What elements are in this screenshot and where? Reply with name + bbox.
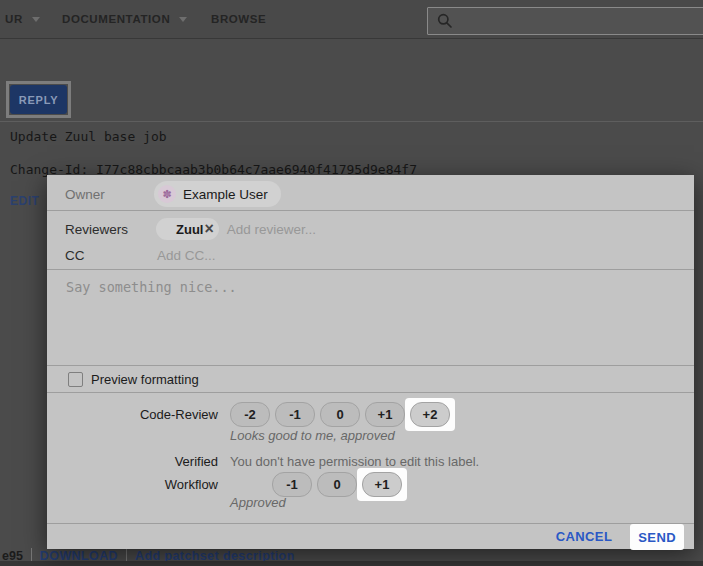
- vote-button-plus1[interactable]: +1: [365, 402, 405, 427]
- plus2-highlight: +2: [405, 398, 455, 431]
- preview-formatting-checkbox[interactable]: [68, 372, 83, 387]
- vote-button-zero[interactable]: 0: [317, 472, 357, 497]
- owner-chip-label: Example User: [183, 187, 268, 202]
- avatar: ✽: [158, 185, 176, 203]
- reply-button-highlight: REPLY: [6, 81, 71, 118]
- bottom-strip: [0, 561, 703, 566]
- nav-item-documentation[interactable]: DOCUMENTATION: [62, 0, 187, 38]
- reviewer-chip: Zuul ×: [156, 218, 219, 240]
- divider: [47, 392, 694, 393]
- search-icon: [437, 13, 453, 29]
- preview-row: Preview formatting: [68, 366, 682, 392]
- preview-formatting-label: Preview formatting: [91, 372, 199, 387]
- reviewer-chip-label: Zuul: [176, 222, 203, 237]
- nav-item-label: DOCUMENTATION: [62, 13, 170, 25]
- owner-label: Owner: [65, 187, 150, 202]
- code-review-description: Looks good to me, approved: [230, 428, 395, 443]
- reply-button[interactable]: REPLY: [10, 85, 67, 114]
- chevron-down-icon: [179, 17, 187, 22]
- verified-permission-message: You don't have permission to edit this l…: [230, 454, 479, 469]
- add-reviewer-input[interactable]: Add reviewer...: [227, 222, 316, 237]
- edit-link[interactable]: EDIT: [10, 194, 39, 208]
- vote-button-minus1[interactable]: -1: [275, 402, 315, 427]
- owner-row: Owner ✽ Example User: [65, 180, 682, 208]
- owner-chip: ✽ Example User: [154, 181, 281, 207]
- search-input[interactable]: [427, 7, 703, 35]
- verified-row: Verified You don't have permission to ed…: [65, 453, 682, 469]
- chevron-down-icon: [32, 17, 40, 22]
- vote-button-minus1[interactable]: -1: [272, 472, 312, 497]
- add-cc-input[interactable]: Add CC...: [157, 248, 216, 263]
- divider: [0, 121, 703, 122]
- remove-reviewer-icon[interactable]: ×: [204, 221, 213, 237]
- dialog-footer: CANCEL SEND: [47, 524, 684, 549]
- reply-message-textarea[interactable]: Say something nice...: [66, 279, 237, 295]
- gerrit-change-page: UR DOCUMENTATION BROWSE REPLY Update Zuu…: [0, 0, 703, 566]
- workflow-buttons: -1 0 +1: [272, 472, 407, 497]
- send-button[interactable]: SEND: [638, 530, 676, 545]
- workflow-description: Approved: [230, 495, 286, 510]
- vote-button-zero[interactable]: 0: [320, 402, 360, 427]
- vote-button-minus2[interactable]: -2: [230, 402, 270, 427]
- nav-item-browse[interactable]: BROWSE: [211, 0, 266, 38]
- commit-message-title: Update Zuul base job: [10, 129, 167, 144]
- divider: [47, 210, 694, 211]
- reviewers-row: Reviewers Zuul × Add reviewer...: [65, 216, 682, 242]
- cc-row: CC Add CC...: [65, 243, 682, 267]
- plus1-highlight: +1: [357, 468, 407, 501]
- code-review-row: Code-Review -2 -1 0 +1 +2: [65, 402, 682, 426]
- cancel-button[interactable]: CANCEL: [556, 529, 613, 544]
- nav-item-your[interactable]: UR: [5, 0, 40, 38]
- workflow-label: Workflow: [65, 477, 218, 492]
- verified-label: Verified: [65, 454, 218, 469]
- code-review-label: Code-Review: [65, 407, 218, 422]
- cc-label: CC: [65, 248, 150, 263]
- reviewers-label: Reviewers: [65, 222, 150, 237]
- top-navbar: UR DOCUMENTATION BROWSE: [0, 0, 703, 39]
- workflow-row: Workflow -1 0 +1: [65, 472, 682, 496]
- reply-dialog: Owner ✽ Example User Reviewers Zuul × Ad…: [47, 175, 694, 549]
- vote-button-plus2[interactable]: +2: [410, 402, 450, 427]
- vote-button-plus1[interactable]: +1: [362, 472, 402, 497]
- divider: [47, 269, 694, 270]
- code-review-buttons: -2 -1 0 +1 +2: [230, 402, 455, 427]
- send-button-highlight: SEND: [630, 524, 684, 550]
- nav-item-label: UR: [5, 13, 23, 25]
- nav-item-label: BROWSE: [211, 13, 266, 25]
